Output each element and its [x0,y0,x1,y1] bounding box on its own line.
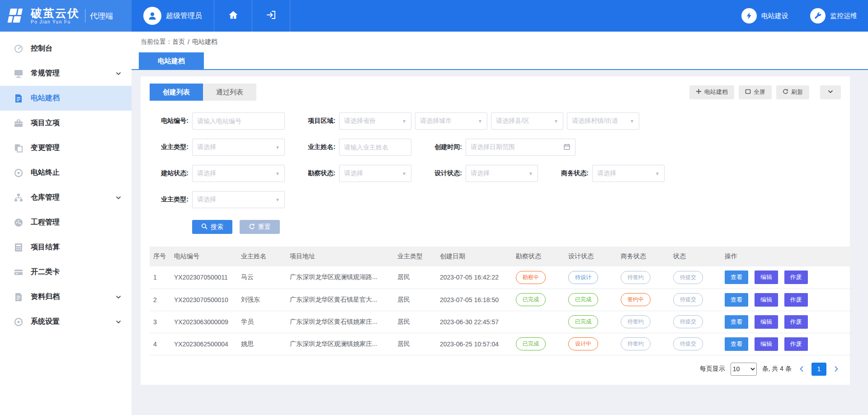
page-number-button[interactable]: 1 [811,363,826,376]
caret-down-icon: ▼ [402,171,406,176]
sidebar-item-archive[interactable]: 资料归档 [0,284,132,309]
fullscreen-button[interactable]: 全屏 [739,85,772,99]
station-code-input-wrap [192,112,285,130]
station-code-input[interactable] [197,117,280,125]
sidebar-item-open-class2-card[interactable]: 开二类卡 [0,260,132,284]
province-select[interactable]: 请选择省份▼ [339,112,411,130]
reset-button[interactable]: 重置 [240,220,280,234]
tab-create-list[interactable]: 创建列表 [150,84,203,101]
page-tab-station-filing[interactable]: 电站建档 [139,52,204,69]
build-status-select[interactable]: 请选择▼ [192,165,285,182]
user-menu[interactable]: 超级管理员 [132,0,214,32]
sidebar-item-change-mgmt[interactable]: 变更管理 [0,135,132,160]
owner-name-input[interactable] [344,144,406,151]
design-status-badge: 已完成 [568,315,598,328]
nav-station-build-label: 电站建设 [761,12,788,20]
business-status-select[interactable]: 请选择▼ [592,165,665,182]
survey-status-select[interactable]: 请选择▼ [339,165,411,182]
caret-down-icon: ▼ [402,119,406,124]
search-icon [201,223,208,231]
per-page-suffix: 条, 共 4 条 [762,365,792,373]
edit-button[interactable]: 编辑 [755,270,778,284]
create-station-button[interactable]: 电站建档 [689,85,734,99]
content-area: 创建列表 通过列表 电站建档 [132,70,868,415]
date-range-picker[interactable]: 请选择日期范围 [466,139,576,156]
city-select[interactable]: 请选择城市▼ [415,112,487,130]
void-button[interactable]: 作废 [784,270,808,284]
prev-page-button[interactable] [797,366,806,372]
chevron-down-icon [115,294,122,300]
refresh-button[interactable]: 刷新 [776,85,809,99]
calendar-icon [563,143,571,152]
business-status-badge: 待签约 [621,337,651,350]
dashboard-icon [14,44,24,54]
list-tabs: 创建列表 通过列表 [150,84,256,101]
sidebar-item-general-mgmt[interactable]: 常规管理 [0,61,132,86]
tab-passed-list[interactable]: 通过列表 [203,84,256,101]
filter-form: 电站编号: 项目区域: 请选择省份▼ [150,112,841,208]
view-button[interactable]: 查看 [725,293,748,307]
sidebar-item-station-filing[interactable]: 电站建档 [0,86,132,111]
edit-button[interactable]: 编辑 [755,337,778,351]
logout-button[interactable] [252,0,290,32]
nav-station-build[interactable]: 电站建设 [731,0,799,32]
monitor-icon [14,69,24,79]
table-row: 3 YX2023063000009 学员 广东深圳龙华区黄石镇姚家庄... 居民… [150,311,853,333]
sidebar-item-warehouse-mgmt[interactable]: 仓库管理 [0,185,132,210]
logout-icon [266,9,277,22]
survey-status-badge: 已完成 [516,337,546,350]
sidebar-item-station-terminate[interactable]: 电站终止 [0,160,132,185]
next-page-button[interactable] [832,366,841,372]
page-tab-bar: 电站建档 [132,52,868,70]
sidebar-item-console[interactable]: 控制台 [0,36,132,61]
void-button[interactable]: 作废 [784,315,808,329]
town-select[interactable]: 请选择村镇/街道▼ [567,112,639,130]
design-status-badge: 设计中 [568,337,598,350]
sidebar-item-project-settlement[interactable]: 项目结算 [0,235,132,260]
brand[interactable]: 破茧云伏 Po Jian Yun Fu 代理端 [0,0,132,32]
edit-button[interactable]: 编辑 [755,315,778,329]
edit-button[interactable]: 编辑 [755,293,778,307]
status-badge: 待提交 [673,315,703,328]
owner-type-select[interactable]: 请选择▼ [192,139,285,156]
app-root: 破茧云伏 Po Jian Yun Fu 代理端 超级管理员 [0,0,868,415]
stations-table: 序号 电站编号 业主姓名 项目地址 业主类型 创建日期 勘察状态 设计状态 商务… [150,247,853,355]
home-button[interactable] [214,0,252,32]
briefcase-icon [14,118,24,128]
gauge-icon [14,218,24,228]
survey-status-badge: 已完成 [516,293,546,306]
table-header-row: 序号 电站编号 业主姓名 项目地址 业主类型 创建日期 勘察状态 设计状态 商务… [150,247,853,266]
settings-icon [14,317,24,327]
design-status-select[interactable]: 请选择▼ [466,165,538,182]
owner-type2-select[interactable]: 请选择▼ [192,191,285,208]
caret-down-icon: ▼ [275,171,280,176]
owner-name-label: 业主姓名: [297,143,335,151]
view-button[interactable]: 查看 [725,337,748,351]
void-button[interactable]: 作废 [784,293,808,307]
nav-monitor-ops[interactable]: 监控运维 [799,0,868,32]
pagination: 每页显示 10 条, 共 4 条 1 [150,363,841,376]
per-page-select[interactable]: 10 [731,363,757,376]
county-select[interactable]: 请选择县/区▼ [491,112,563,130]
chevron-down-icon [115,319,122,325]
sidebar-item-project-approval[interactable]: 项目立项 [0,111,132,135]
breadcrumb-prefix: 当前位置： [141,38,172,46]
archive-icon [14,292,24,302]
view-button[interactable]: 查看 [725,315,748,329]
search-button[interactable]: 搜索 [192,220,232,234]
chevron-down-icon [115,195,122,201]
void-button[interactable]: 作废 [784,337,808,351]
divider [85,9,85,23]
breadcrumb-home[interactable]: 首页 [172,38,185,46]
breadcrumb: 当前位置： 首页 / 电站建档 [132,32,868,52]
build-status-label: 建站状态: [150,169,189,177]
business-status-badge: 签约中 [621,293,651,306]
target-icon [14,168,24,178]
collapse-filters-button[interactable] [820,85,841,99]
sidebar-item-system-settings[interactable]: 系统设置 [0,309,132,334]
view-button[interactable]: 查看 [725,270,748,284]
owner-name-input-wrap [339,139,411,156]
card-toolbar: 电站建档 全屏 [689,85,841,99]
calculator-icon [14,242,24,252]
sidebar-item-engineering-mgmt[interactable]: 工程管理 [0,210,132,235]
